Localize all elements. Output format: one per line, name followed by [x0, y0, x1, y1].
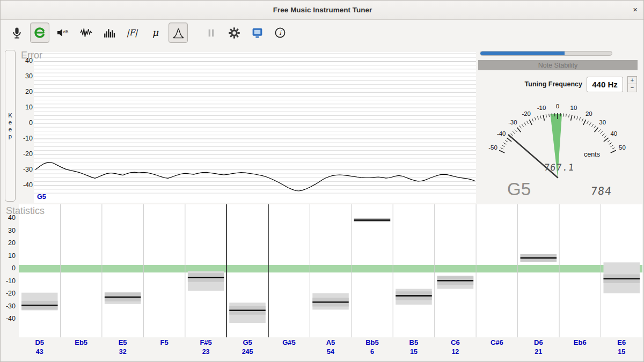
- waveform-icon: [79, 26, 93, 40]
- stats-note-count: 32: [102, 348, 143, 356]
- svg-text:-10: -10: [537, 105, 546, 111]
- gauge-units-label: cents: [584, 151, 600, 158]
- peak-curve-button[interactable]: [169, 23, 188, 43]
- error-watermark: Error: [21, 50, 42, 61]
- error-chart: [34, 52, 476, 203]
- tuner-logo-icon: [33, 26, 47, 40]
- stats-note-label: C6: [435, 338, 476, 346]
- error-curve: [35, 162, 475, 191]
- close-button[interactable]: ×: [633, 5, 638, 14]
- error-y-tick-label: 10: [17, 104, 33, 111]
- stats-note-count: 23: [185, 348, 226, 356]
- pause-icon: [205, 27, 217, 39]
- volume-db-icon: dB: [56, 26, 70, 39]
- error-note-label: G5: [37, 193, 46, 201]
- stats-chart: [19, 204, 642, 337]
- microphone-button[interactable]: [7, 23, 26, 43]
- error-y-tick-label: 0: [17, 119, 33, 127]
- tuner-panel: Note Stability Tuning Frequency 440 Hz +…: [477, 49, 644, 203]
- stats-note-count: 21: [518, 348, 559, 356]
- mu-icon: μ: [149, 26, 162, 40]
- info-button[interactable]: i: [270, 23, 290, 43]
- tuning-frequency-decrement-button[interactable]: −: [627, 84, 637, 92]
- error-chart-canvas: [34, 52, 476, 203]
- spectrum-bars-button[interactable]: [99, 23, 119, 43]
- error-y-axis: 403020100-10-20-30-40: [17, 52, 33, 200]
- stats-note-label: F5: [143, 338, 185, 346]
- spectrum-bars-icon: [103, 26, 116, 40]
- stats-note-label: G5: [226, 338, 268, 346]
- tuning-frequency-row: Tuning Frequency 440 Hz + −: [525, 76, 637, 92]
- tuning-frequency-input[interactable]: 440 Hz: [587, 77, 623, 92]
- info-icon: i: [274, 26, 287, 39]
- stats-note-label: Eb5: [60, 338, 101, 346]
- svg-text:-20: -20: [522, 110, 531, 117]
- stats-note-label: D5: [19, 338, 60, 346]
- svg-text:20: 20: [586, 110, 592, 117]
- svg-text:0: 0: [556, 103, 559, 109]
- svg-text:μ: μ: [152, 27, 158, 38]
- record-button[interactable]: [247, 23, 267, 43]
- settings-gear-button[interactable]: [224, 23, 244, 43]
- svg-text:50: 50: [619, 144, 626, 151]
- stats-note-label: G#5: [268, 338, 310, 346]
- stats-note-count: 15: [393, 348, 434, 356]
- stats-note-label: Eb6: [559, 338, 601, 346]
- stats-note-count: 15: [601, 348, 642, 356]
- svg-text:40: 40: [610, 130, 617, 137]
- note-stability-bar: Note Stability: [478, 60, 638, 70]
- statistics-panel: Statistics 403020100-10-20-30-40 D543Eb5…: [1, 203, 644, 362]
- tuning-frequency-stepper: + −: [627, 76, 637, 92]
- stats-chart-canvas: [19, 204, 642, 337]
- error-y-tick-label: -20: [17, 150, 33, 158]
- statistics-watermark: Statistics: [6, 205, 45, 217]
- stats-y-tick-label: 0: [1, 264, 16, 272]
- svg-text:-30: -30: [508, 119, 517, 125]
- svg-text:-50: -50: [488, 144, 497, 151]
- microphone-icon: [10, 26, 24, 40]
- input-level-bar: [480, 51, 612, 56]
- pause-button: [201, 23, 221, 43]
- stats-y-axis: 403020100-10-20-30-40: [1, 204, 16, 338]
- mu-button[interactable]: μ: [145, 23, 165, 43]
- stats-y-tick-label: 20: [1, 239, 16, 247]
- peak-curve-icon: [172, 26, 185, 40]
- svg-text:10: 10: [570, 105, 577, 111]
- stats-note-label: D6: [518, 338, 559, 346]
- settings-gear-icon: [228, 26, 241, 40]
- svg-text:-40: -40: [497, 130, 506, 137]
- stats-y-tick-label: -10: [1, 277, 16, 285]
- volume-db-button[interactable]: dB: [53, 23, 72, 43]
- measured-frequency-display: 767.1: [529, 162, 589, 173]
- stats-note-count: 12: [435, 348, 476, 356]
- svg-text:|F|: |F|: [127, 28, 138, 38]
- stats-note-label: F#5: [185, 338, 226, 346]
- fourier-transform-icon: |F|: [125, 26, 139, 39]
- stats-note-label: C#6: [476, 338, 517, 346]
- stats-y-tick-label: -30: [1, 302, 16, 310]
- error-y-tick-label: -30: [17, 166, 33, 173]
- waveform-button[interactable]: [76, 23, 96, 43]
- tuner-logo-button[interactable]: [30, 23, 49, 43]
- stats-note-count: 6: [352, 348, 393, 356]
- error-y-tick-label: -40: [17, 181, 33, 189]
- stats-note-count: 43: [19, 348, 60, 356]
- cents-gauge: -50-40-30-20-1001020304050cents: [477, 96, 644, 187]
- error-y-tick-label: 20: [17, 88, 33, 95]
- error-y-tick-label: -10: [17, 135, 33, 142]
- titlebar: Free Music Instrument Tuner ×: [1, 1, 644, 20]
- error-panel: Keep 403020100-10-20-30-40 Error G5: [5, 49, 476, 203]
- keep-button[interactable]: Keep: [5, 50, 16, 202]
- tuning-frequency-increment-button[interactable]: +: [627, 76, 637, 84]
- stats-y-tick-label: -20: [1, 290, 16, 297]
- stats-note-label: A5: [310, 338, 351, 346]
- in-tune-band: [19, 265, 642, 272]
- stats-note-label: E6: [601, 338, 642, 346]
- fourier-transform-button[interactable]: |F|: [122, 23, 142, 43]
- svg-text:dB: dB: [63, 29, 69, 34]
- detected-note-label: G5: [507, 179, 531, 200]
- toolbar: dB|F|μi: [1, 20, 644, 46]
- stats-note-label: B5: [393, 338, 434, 346]
- stats-y-tick-label: 30: [1, 227, 16, 234]
- stats-note-label: E5: [102, 338, 143, 346]
